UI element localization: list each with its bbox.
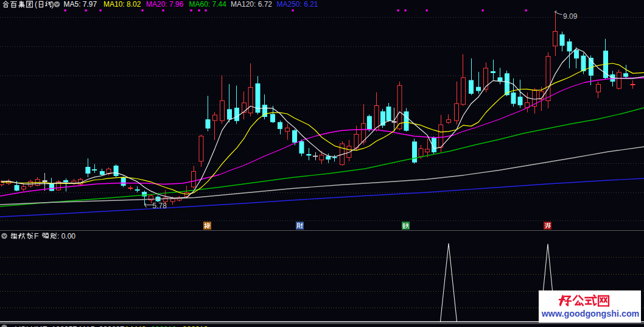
svg-text:888818: 888818 (151, 325, 177, 327)
svg-text:5.78: 5.78 (153, 202, 167, 210)
svg-text:): ) (52, 0, 54, 9)
svg-text:MA60: 7.44: MA60: 7.44 (189, 0, 227, 9)
svg-text:MA5: 7.97: MA5: 7.97 (64, 0, 97, 9)
svg-text:302013: 302013 (183, 325, 208, 327)
svg-text:MA10: 8.02: MA10: 8.02 (103, 0, 141, 9)
svg-text:MA120: 6.72: MA120: 6.72 (231, 0, 272, 9)
svg-text:MA20: 7.96: MA20: 7.96 (146, 0, 184, 9)
svg-text:MA250: 6.21: MA250: 6.21 (277, 0, 318, 9)
svg-text:F: F (34, 232, 38, 241)
svg-text:www.goodgongshi.com: www.goodgongshi.com (541, 309, 640, 318)
svg-text:(: ( (35, 0, 37, 9)
svg-text:: 0.00: : 0.00 (57, 232, 75, 241)
svg-text:9.09: 9.09 (563, 12, 578, 21)
svg-text:14448: 14448 (125, 325, 146, 327)
svg-text:VOLUME: 182257 MA5: 208837: VOLUME: 182257 MA5: 208837 (15, 325, 124, 327)
